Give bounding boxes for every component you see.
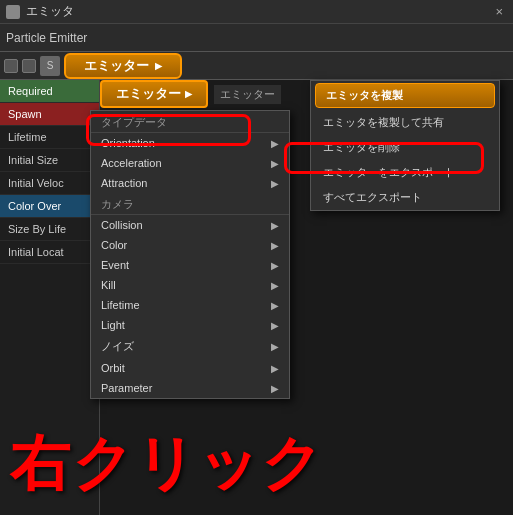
pe-header: Particle Emitter <box>0 24 513 52</box>
title-bar-title: エミッタ <box>26 3 74 20</box>
menu-arrow-kill: ▶ <box>271 280 279 291</box>
submenu: エミッタを複製 エミッタを複製して共有 エミッタを削除 エミッターをエクスポート… <box>310 80 500 211</box>
menu-section-type-data: タイプデータ <box>91 111 289 133</box>
title-bar-icon <box>6 5 20 19</box>
emitter-context-tab[interactable]: エミッター <box>100 80 208 108</box>
emitter-tab-label: エミッター <box>84 57 149 75</box>
main-area: Required Spawn Lifetime Initial Size Ini… <box>0 80 513 515</box>
submenu-item-delete[interactable]: エミッタを削除 <box>311 135 499 160</box>
menu-item-noise[interactable]: ノイズ ▶ <box>91 335 289 358</box>
title-bar: エミッタ × <box>0 0 513 24</box>
menu-arrow-lifetime: ▶ <box>271 300 279 311</box>
menu-item-orientation[interactable]: Orientation ▶ <box>91 133 289 153</box>
menu-arrow-attraction: ▶ <box>271 178 279 189</box>
submenu-item-duplicate[interactable]: エミッタを複製 <box>315 83 495 108</box>
menu-arrow-color: ▶ <box>271 240 279 251</box>
context-menu-overlay: パーティクルシステム タイプデータ Orientation ▶ Accelera… <box>0 80 513 515</box>
toolbar-icon-s[interactable]: S <box>40 56 60 76</box>
menu-arrow-noise: ▶ <box>271 341 279 352</box>
menu-arrow-orientation: ▶ <box>271 138 279 149</box>
pe-title: Particle Emitter <box>6 31 87 45</box>
emitter-tab-button[interactable]: エミッター <box>64 53 182 79</box>
close-button[interactable]: × <box>491 4 507 19</box>
menu-item-kill[interactable]: Kill ▶ <box>91 275 289 295</box>
emitter-arrow-label: エミッター <box>214 85 281 104</box>
emitter-context-label: エミッター <box>116 85 181 103</box>
menu-item-attraction[interactable]: Attraction ▶ <box>91 173 289 193</box>
menu-arrow-event: ▶ <box>271 260 279 271</box>
menu-section-camera: カメラ <box>91 193 289 215</box>
toolbar-checkbox-1[interactable] <box>4 59 18 73</box>
submenu-item-export-all[interactable]: すべてエクスポート <box>311 185 499 210</box>
menu-item-acceleration[interactable]: Acceleration ▶ <box>91 153 289 173</box>
menu-arrow-acceleration: ▶ <box>271 158 279 169</box>
menu-arrow-parameter: ▶ <box>271 383 279 394</box>
menu-arrow-orbit: ▶ <box>271 363 279 374</box>
menu-item-orbit[interactable]: Orbit ▶ <box>91 358 289 378</box>
toolbar: S エミッター <box>0 52 513 80</box>
menu-item-light[interactable]: Light ▶ <box>91 315 289 335</box>
menu-item-lifetime[interactable]: Lifetime ▶ <box>91 295 289 315</box>
submenu-item-export-emitter[interactable]: エミッターをエクスポート <box>311 160 499 185</box>
menu-item-collision[interactable]: Collision ▶ <box>91 215 289 235</box>
context-menu: タイプデータ Orientation ▶ Acceleration ▶ Attr… <box>90 110 290 399</box>
menu-arrow-light: ▶ <box>271 320 279 331</box>
toolbar-checkbox-2[interactable] <box>22 59 36 73</box>
menu-item-parameter[interactable]: Parameter ▶ <box>91 378 289 398</box>
menu-arrow-collision: ▶ <box>271 220 279 231</box>
submenu-item-duplicate-share[interactable]: エミッタを複製して共有 <box>311 110 499 135</box>
menu-item-color[interactable]: Color ▶ <box>91 235 289 255</box>
menu-item-event[interactable]: Event ▶ <box>91 255 289 275</box>
